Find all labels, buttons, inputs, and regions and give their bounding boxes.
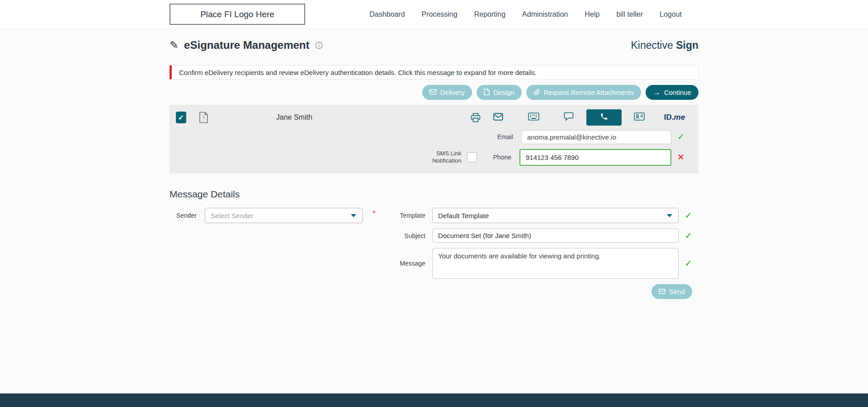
template-row: Template Default Template ✓ [398,208,692,223]
document-count-icon[interactable]: 1 [199,112,208,123]
top-header: Place FI Logo Here Dashboard Processing … [0,0,868,29]
nav-reporting[interactable]: Reporting [474,10,505,19]
tab-phone-auth[interactable] [586,109,622,126]
sender-label: Sender [170,212,197,219]
action-button-row: Delivery Design Request Remote Attachmen… [170,85,698,100]
nav-dashboard[interactable]: Dashboard [369,10,405,19]
printer-icon[interactable] [471,113,481,122]
send-button[interactable]: Send [651,284,692,299]
tab-email-auth[interactable] [481,109,516,126]
continue-button[interactable]: → Continue [646,85,698,100]
kinective-sign-brand: Kinective Sign [631,39,698,51]
recipient-header-row: ✓ 1 Jane Smith [170,108,698,127]
send-button-row: Send [398,284,692,299]
auth-method-tabs: ID.me [481,109,692,126]
delivery-button-label: Delivery [440,89,465,96]
required-marker: * [373,209,376,218]
message-textarea[interactable]: Your documents are available for viewing… [432,248,679,279]
sms-link-notification-label: SMS Link Notification [428,150,462,164]
template-dropdown[interactable]: Default Template [432,208,679,223]
template-dropdown-value: Default Template [438,212,489,220]
request-remote-attachments-button[interactable]: Request Remote Attachments [526,85,641,100]
chevron-down-icon [666,211,673,220]
recipient-phone-row: SMS Link Notification Phone ✕ [170,146,698,168]
nav-help[interactable]: Help [585,10,599,19]
email-valid-check-icon: ✓ [677,132,685,142]
phone-label: Phone [493,154,511,161]
chevron-down-icon [350,211,357,220]
recipient-name: Jane Smith [276,113,340,122]
brand-name: Kinective [631,39,673,51]
svg-text:1: 1 [203,115,205,119]
message-valid-check-icon: ✓ [685,258,692,268]
tab-contact-card-auth[interactable] [622,109,657,126]
tab-access-code-auth[interactable] [516,109,551,126]
design-button[interactable]: Design [476,85,522,100]
page-title: eSignature Management [184,39,309,51]
envelope-icon [493,113,503,122]
tab-sms-auth[interactable] [551,109,586,126]
idme-logo-me: me [674,113,685,122]
paperclip-icon [533,89,540,97]
design-button-label: Design [493,89,514,96]
keyboard-icon [528,112,539,122]
sender-row: Sender Select Sender * [170,208,376,223]
edelivery-alert-banner[interactable]: Confirm eDelivery recipients and review … [170,65,698,80]
subject-valid-check-icon: ✓ [685,231,692,241]
subject-row: Subject ✓ [398,229,692,243]
page-title-row: ✎ eSignature Management Kinective Sign [170,39,698,51]
message-details-heading: Message Details [170,189,698,200]
fi-logo-text: Place FI Logo Here [200,9,274,19]
sender-dropdown[interactable]: Select Sender [205,208,363,223]
idme-logo-id: ID. [664,113,674,122]
signature-pen-icon: ✎ [170,40,179,51]
subject-input[interactable] [432,229,679,243]
phone-input[interactable] [519,149,671,166]
nav-logout[interactable]: Logout [660,10,682,19]
email-input[interactable] [521,130,671,144]
message-row: Message Your documents are available for… [398,248,692,279]
sms-link-notification-checkbox[interactable] [467,152,477,162]
template-label: Template [398,212,425,219]
brand-product: Sign [676,39,698,51]
fi-logo-placeholder: Place FI Logo Here [170,4,305,25]
arrow-right-icon: → [653,89,660,96]
nav-user-bill-teller[interactable]: bill teller [616,10,643,19]
continue-button-label: Continue [664,89,691,96]
email-label: Email [497,133,513,140]
message-label: Message [398,260,425,267]
phone-invalid-x-icon: ✕ [677,152,685,162]
recipient-card: ✓ 1 Jane Smith [170,105,698,173]
subject-label: Subject [398,232,425,239]
main-nav: Dashboard Processing Reporting Administr… [369,10,682,19]
envelope-icon [429,89,437,96]
message-right-column: Template Default Template ✓ Subject ✓ Me… [398,208,692,299]
contact-card-icon [634,112,645,122]
delivery-button[interactable]: Delivery [422,85,472,100]
template-valid-check-icon: ✓ [685,211,692,220]
request-remote-attachments-label: Request Remote Attachments [544,89,634,96]
idme-logo: ID.me [664,113,685,122]
envelope-icon [659,288,665,295]
nav-processing[interactable]: Processing [422,10,458,19]
recipient-email-row: Email ✓ [170,127,698,146]
sender-dropdown-value: Select Sender [211,212,253,220]
nav-administration[interactable]: Administration [522,10,568,19]
send-button-label: Send [669,288,685,295]
tab-idme-auth[interactable]: ID.me [657,109,692,126]
phone-icon [600,112,608,122]
recipient-checkbox[interactable]: ✓ [176,112,186,123]
footer-bar [0,393,868,407]
document-icon [484,89,490,97]
info-icon[interactable] [315,42,323,49]
alert-text: Confirm eDelivery recipients and review … [179,69,537,76]
chat-bubble-icon [564,112,574,123]
message-details-form: Sender Select Sender * Template Default … [170,208,698,312]
